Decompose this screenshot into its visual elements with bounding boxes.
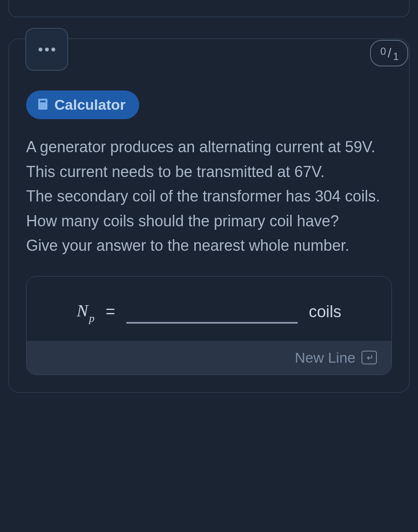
- new-line-label: New Line: [295, 349, 355, 366]
- ellipsis-icon: [45, 48, 49, 51]
- variable-base: N: [77, 301, 88, 320]
- new-line-button[interactable]: New Line: [27, 341, 391, 375]
- svg-point-5: [40, 106, 41, 108]
- question-line: This current needs to be transmitted at …: [26, 163, 325, 180]
- score-numerator: 0: [380, 45, 386, 57]
- answer-box: Np = coils New Line: [26, 276, 392, 375]
- previous-card-bottom: [9, 0, 409, 17]
- more-options-button[interactable]: [25, 28, 68, 71]
- score-denominator: 1: [393, 51, 399, 63]
- equals-sign: =: [106, 303, 115, 321]
- answer-unit: coils: [309, 303, 341, 321]
- question-line: The secondary coil of the transformer ha…: [26, 187, 380, 205]
- enter-key-icon: [361, 351, 377, 364]
- question-line: How many coils should the primary coil h…: [26, 212, 339, 230]
- ellipsis-icon: [51, 48, 55, 51]
- svg-point-6: [42, 106, 43, 108]
- score-badge: 0 / 1: [370, 40, 408, 66]
- answer-input[interactable]: [126, 301, 298, 324]
- svg-point-2: [40, 104, 41, 105]
- score-slash: /: [388, 46, 391, 60]
- svg-point-3: [42, 104, 43, 105]
- calculator-icon: [37, 98, 48, 112]
- answer-row: Np = coils: [27, 277, 391, 341]
- ellipsis-icon: [39, 48, 42, 51]
- svg-point-7: [45, 106, 46, 108]
- svg-point-4: [45, 104, 46, 105]
- question-card: 0 / 1 Calculator A generator produ: [9, 39, 409, 393]
- svg-rect-1: [40, 100, 46, 102]
- variable-subscript: p: [89, 312, 95, 325]
- question-line: Give your answer to the nearest whole nu…: [26, 237, 349, 254]
- calculator-label: Calculator: [54, 96, 125, 113]
- question-text: A generator produces an alternating curr…: [26, 135, 392, 258]
- variable-label: Np: [77, 301, 95, 323]
- question-line: A generator produces an alternating curr…: [26, 138, 375, 156]
- calculator-button[interactable]: Calculator: [26, 90, 139, 119]
